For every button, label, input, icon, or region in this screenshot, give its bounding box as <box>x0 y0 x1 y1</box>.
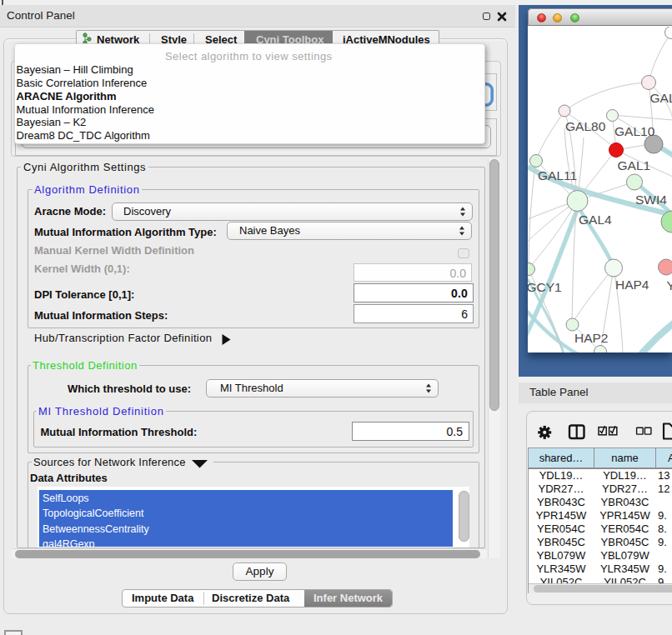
svg-text:HAP2: HAP2 <box>574 331 609 345</box>
svg-text:GAL80: GAL80 <box>565 119 606 133</box>
svg-text:Y: Y <box>667 278 672 292</box>
svg-text:GAL1: GAL1 <box>618 158 651 172</box>
svg-text:GAL11: GAL11 <box>538 168 577 182</box>
svg-text:GCY1: GCY1 <box>528 280 562 294</box>
svg-text:GAL: GAL <box>650 91 672 105</box>
svg-text:HAP4: HAP4 <box>615 278 649 292</box>
svg-text:SWI4: SWI4 <box>635 192 667 207</box>
svg-text:GAL4: GAL4 <box>579 212 612 227</box>
svg-text:GAL10: GAL10 <box>614 124 655 138</box>
